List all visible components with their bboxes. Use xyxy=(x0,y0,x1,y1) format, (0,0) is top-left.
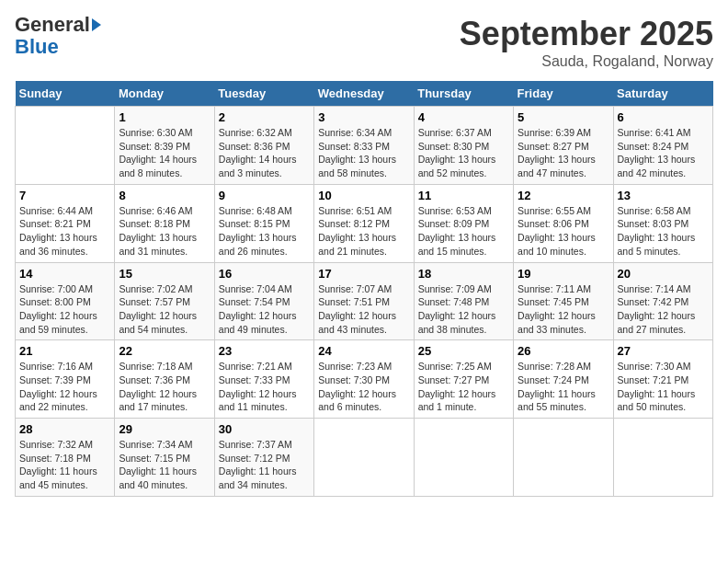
day-info: Sunrise: 7:21 AMSunset: 7:33 PMDaylight:… xyxy=(219,360,310,414)
calendar-cell: 12Sunrise: 6:55 AMSunset: 8:06 PMDayligh… xyxy=(514,184,613,262)
calendar-cell: 14Sunrise: 7:00 AMSunset: 8:00 PMDayligh… xyxy=(16,262,115,340)
logo-arrow-icon xyxy=(92,18,101,31)
day-info: Sunrise: 7:00 AMSunset: 8:00 PMDaylight:… xyxy=(19,282,110,337)
day-number: 25 xyxy=(418,344,509,358)
day-number: 28 xyxy=(19,422,110,436)
day-number: 8 xyxy=(119,189,210,202)
calendar-cell: 25Sunrise: 7:25 AMSunset: 7:27 PMDayligh… xyxy=(414,340,513,419)
day-info: Sunrise: 7:07 AMSunset: 7:51 PMDaylight:… xyxy=(318,282,409,337)
day-number: 12 xyxy=(518,189,609,202)
day-info: Sunrise: 6:32 AMSunset: 8:36 PMDaylight:… xyxy=(219,126,310,180)
calendar-week-row: 28Sunrise: 7:32 AMSunset: 7:18 PMDayligh… xyxy=(16,419,713,497)
header-row: SundayMondayTuesdayWednesdayThursdayFrid… xyxy=(16,81,713,107)
calendar-cell: 5Sunrise: 6:39 AMSunset: 8:27 PMDaylight… xyxy=(514,107,613,185)
day-info: Sunrise: 7:28 AMSunset: 7:24 PMDaylight:… xyxy=(518,360,609,414)
day-number: 5 xyxy=(518,110,609,124)
day-number: 23 xyxy=(219,344,310,358)
calendar-cell: 21Sunrise: 7:16 AMSunset: 7:39 PMDayligh… xyxy=(16,340,115,419)
day-info: Sunrise: 7:18 AMSunset: 7:36 PMDaylight:… xyxy=(119,360,210,414)
day-info: Sunrise: 7:09 AMSunset: 7:48 PMDaylight:… xyxy=(418,282,509,337)
calendar-cell: 15Sunrise: 7:02 AMSunset: 7:57 PMDayligh… xyxy=(115,262,214,340)
calendar-cell xyxy=(314,419,414,497)
day-info: Sunrise: 7:32 AMSunset: 7:18 PMDaylight:… xyxy=(19,438,110,492)
calendar-cell: 2Sunrise: 6:32 AMSunset: 8:36 PMDaylight… xyxy=(214,107,313,185)
day-info: Sunrise: 7:37 AMSunset: 7:12 PMDaylight:… xyxy=(219,438,310,492)
day-info: Sunrise: 6:48 AMSunset: 8:15 PMDaylight:… xyxy=(219,204,310,259)
day-number: 14 xyxy=(19,267,110,281)
day-info: Sunrise: 7:30 AMSunset: 7:21 PMDaylight:… xyxy=(618,360,709,414)
calendar-cell: 30Sunrise: 7:37 AMSunset: 7:12 PMDayligh… xyxy=(214,419,313,497)
day-info: Sunrise: 6:37 AMSunset: 8:30 PMDaylight:… xyxy=(418,126,509,180)
calendar-cell xyxy=(613,419,712,497)
day-number: 4 xyxy=(418,110,509,124)
day-info: Sunrise: 7:11 AMSunset: 7:45 PMDaylight:… xyxy=(518,282,609,337)
weekday-header: Sunday xyxy=(16,81,115,107)
calendar-cell: 24Sunrise: 7:23 AMSunset: 7:30 PMDayligh… xyxy=(314,340,414,419)
day-number: 27 xyxy=(618,344,709,358)
logo-general: General xyxy=(15,15,90,35)
day-number: 24 xyxy=(318,344,409,358)
calendar-cell: 6Sunrise: 6:41 AMSunset: 8:24 PMDaylight… xyxy=(613,107,712,185)
day-info: Sunrise: 7:02 AMSunset: 7:57 PMDaylight:… xyxy=(119,282,210,337)
day-info: Sunrise: 6:41 AMSunset: 8:24 PMDaylight:… xyxy=(618,126,709,180)
day-info: Sunrise: 7:14 AMSunset: 7:42 PMDaylight:… xyxy=(618,282,709,337)
day-info: Sunrise: 6:39 AMSunset: 8:27 PMDaylight:… xyxy=(518,126,609,180)
weekday-header: Thursday xyxy=(414,81,513,107)
calendar-cell: 20Sunrise: 7:14 AMSunset: 7:42 PMDayligh… xyxy=(613,262,712,340)
page-header: General Blue September 2025 Sauda, Rogal… xyxy=(15,15,713,70)
day-number: 17 xyxy=(318,267,409,281)
calendar-cell: 9Sunrise: 6:48 AMSunset: 8:15 PMDaylight… xyxy=(214,184,313,262)
weekday-header: Wednesday xyxy=(314,81,414,107)
day-info: Sunrise: 7:16 AMSunset: 7:39 PMDaylight:… xyxy=(19,360,110,414)
calendar-week-row: 14Sunrise: 7:00 AMSunset: 8:00 PMDayligh… xyxy=(16,262,713,340)
day-number: 15 xyxy=(119,267,210,281)
title-block: September 2025 Sauda, Rogaland, Norway xyxy=(460,15,713,70)
calendar-cell: 10Sunrise: 6:51 AMSunset: 8:12 PMDayligh… xyxy=(314,184,414,262)
day-number: 29 xyxy=(119,422,210,436)
calendar-cell xyxy=(16,107,115,185)
day-info: Sunrise: 6:30 AMSunset: 8:39 PMDaylight:… xyxy=(119,126,210,180)
calendar-cell: 7Sunrise: 6:44 AMSunset: 8:21 PMDaylight… xyxy=(16,184,115,262)
day-info: Sunrise: 6:46 AMSunset: 8:18 PMDaylight:… xyxy=(119,204,210,259)
day-number: 1 xyxy=(119,110,210,124)
day-number: 22 xyxy=(119,344,210,358)
day-number: 11 xyxy=(418,189,509,202)
calendar-week-row: 21Sunrise: 7:16 AMSunset: 7:39 PMDayligh… xyxy=(16,340,713,419)
calendar-cell: 18Sunrise: 7:09 AMSunset: 7:48 PMDayligh… xyxy=(414,262,513,340)
logo: General Blue xyxy=(15,15,101,59)
calendar-cell: 4Sunrise: 6:37 AMSunset: 8:30 PMDaylight… xyxy=(414,107,513,185)
calendar-week-row: 7Sunrise: 6:44 AMSunset: 8:21 PMDaylight… xyxy=(16,184,713,262)
day-info: Sunrise: 6:55 AMSunset: 8:06 PMDaylight:… xyxy=(518,204,609,259)
weekday-header: Friday xyxy=(514,81,613,107)
calendar-cell: 29Sunrise: 7:34 AMSunset: 7:15 PMDayligh… xyxy=(115,419,214,497)
calendar-cell: 26Sunrise: 7:28 AMSunset: 7:24 PMDayligh… xyxy=(514,340,613,419)
calendar-week-row: 1Sunrise: 6:30 AMSunset: 8:39 PMDaylight… xyxy=(16,107,713,185)
calendar-cell: 11Sunrise: 6:53 AMSunset: 8:09 PMDayligh… xyxy=(414,184,513,262)
calendar-cell: 16Sunrise: 7:04 AMSunset: 7:54 PMDayligh… xyxy=(214,262,313,340)
day-number: 6 xyxy=(618,110,709,124)
day-number: 26 xyxy=(518,344,609,358)
day-info: Sunrise: 7:23 AMSunset: 7:30 PMDaylight:… xyxy=(318,360,409,414)
calendar-cell xyxy=(514,419,613,497)
day-info: Sunrise: 6:34 AMSunset: 8:33 PMDaylight:… xyxy=(318,126,409,180)
day-number: 2 xyxy=(219,110,310,124)
calendar-cell: 13Sunrise: 6:58 AMSunset: 8:03 PMDayligh… xyxy=(613,184,712,262)
calendar-cell: 3Sunrise: 6:34 AMSunset: 8:33 PMDaylight… xyxy=(314,107,414,185)
day-number: 10 xyxy=(318,189,409,202)
calendar-cell: 8Sunrise: 6:46 AMSunset: 8:18 PMDaylight… xyxy=(115,184,214,262)
day-number: 18 xyxy=(418,267,509,281)
weekday-header: Saturday xyxy=(613,81,712,107)
weekday-header: Tuesday xyxy=(214,81,313,107)
day-info: Sunrise: 7:04 AMSunset: 7:54 PMDaylight:… xyxy=(219,282,310,337)
day-number: 3 xyxy=(318,110,409,124)
day-number: 16 xyxy=(219,267,310,281)
day-info: Sunrise: 6:44 AMSunset: 8:21 PMDaylight:… xyxy=(19,204,110,259)
calendar-cell xyxy=(414,419,513,497)
day-number: 21 xyxy=(19,344,110,358)
day-number: 9 xyxy=(219,189,310,202)
weekday-header: Monday xyxy=(115,81,214,107)
calendar-cell: 28Sunrise: 7:32 AMSunset: 7:18 PMDayligh… xyxy=(16,419,115,497)
calendar-cell: 19Sunrise: 7:11 AMSunset: 7:45 PMDayligh… xyxy=(514,262,613,340)
calendar-cell: 17Sunrise: 7:07 AMSunset: 7:51 PMDayligh… xyxy=(314,262,414,340)
day-info: Sunrise: 7:25 AMSunset: 7:27 PMDaylight:… xyxy=(418,360,509,414)
